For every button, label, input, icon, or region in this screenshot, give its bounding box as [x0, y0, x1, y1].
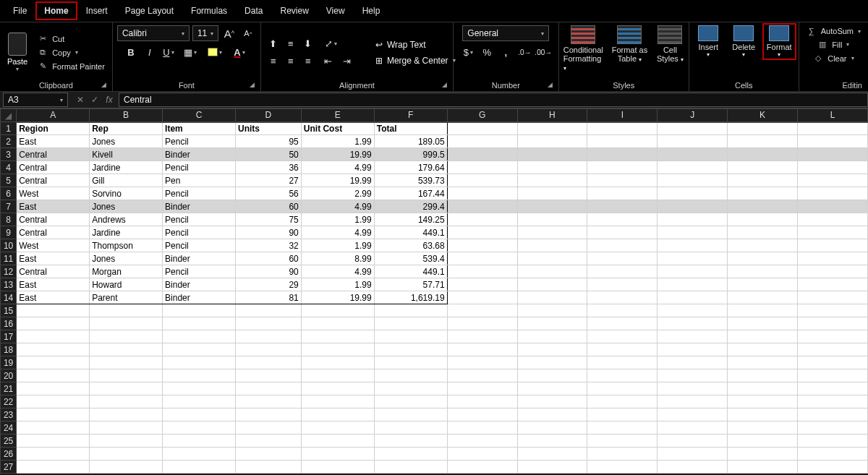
row-header-5[interactable]: 5 [1, 174, 17, 187]
cell-L25[interactable] [798, 435, 868, 448]
cell-A15[interactable] [17, 304, 90, 317]
cell-B1[interactable]: Rep [90, 122, 163, 135]
cell-I11[interactable] [587, 252, 658, 265]
cell-E16[interactable] [301, 317, 374, 330]
cell-I14[interactable] [587, 291, 658, 304]
cell-F20[interactable] [374, 369, 447, 382]
cell-E22[interactable] [301, 395, 374, 408]
cell-E20[interactable] [301, 369, 374, 382]
cell-H25[interactable] [517, 435, 587, 448]
cell-H14[interactable] [517, 291, 587, 304]
row-header-17[interactable]: 17 [1, 330, 17, 343]
cell-I5[interactable] [587, 174, 658, 187]
cell-L16[interactable] [798, 317, 868, 330]
cell-K13[interactable] [728, 278, 798, 291]
cell-F26[interactable] [374, 448, 447, 461]
cell-F18[interactable] [374, 343, 447, 356]
cell-K24[interactable] [728, 421, 798, 435]
cell-B25[interactable] [90, 435, 163, 448]
cell-B20[interactable] [90, 369, 163, 382]
cell-J24[interactable] [658, 421, 728, 435]
cell-J6[interactable] [658, 187, 728, 200]
cell-F21[interactable] [374, 382, 447, 395]
cell-G23[interactable] [447, 408, 517, 421]
cell-B7[interactable]: Jones [90, 200, 163, 213]
underline-button[interactable]: U [161, 44, 176, 60]
cell-D25[interactable] [235, 435, 301, 448]
cell-K10[interactable] [728, 239, 798, 252]
cell-F27[interactable] [374, 461, 447, 474]
cell-D17[interactable] [235, 330, 301, 343]
worksheet-grid[interactable]: ◢ABCDEFGHIJKL 1RegionRepItemUnitsUnit Co… [0, 108, 868, 474]
cell-L4[interactable] [798, 161, 868, 174]
cell-D13[interactable]: 29 [235, 278, 301, 291]
col-header-D[interactable]: D [235, 109, 301, 122]
cell-L19[interactable] [798, 356, 868, 369]
cell-D26[interactable] [235, 448, 301, 461]
col-header-F[interactable]: F [374, 109, 447, 122]
cell-G10[interactable] [447, 239, 517, 252]
cell-D10[interactable]: 32 [235, 239, 301, 252]
cell-K26[interactable] [728, 448, 798, 461]
cell-F7[interactable]: 299.4 [374, 200, 447, 213]
cell-F14[interactable]: 1,619.19 [374, 291, 447, 304]
cell-D20[interactable] [235, 369, 301, 382]
cell-C4[interactable]: Pencil [163, 161, 236, 174]
comma-format-button[interactable]: , [498, 44, 514, 60]
cell-C10[interactable]: Pencil [163, 239, 236, 252]
decrease-decimal-button[interactable]: .00→ [535, 44, 551, 60]
decrease-font-button[interactable]: A^ [240, 25, 256, 41]
wrap-text-button[interactable]: ↩ Wrap Text [370, 38, 461, 52]
cell-D5[interactable]: 27 [235, 174, 301, 187]
cell-A4[interactable]: Central [17, 161, 90, 174]
cell-K7[interactable] [728, 200, 798, 213]
cell-I12[interactable] [587, 265, 658, 278]
cell-L1[interactable] [798, 122, 868, 135]
cell-G2[interactable] [447, 135, 517, 148]
cell-K14[interactable] [728, 291, 798, 304]
cell-I7[interactable] [587, 200, 658, 213]
cell-G12[interactable] [447, 265, 517, 278]
cell-E10[interactable]: 1.99 [301, 239, 374, 252]
italic-button[interactable]: I [142, 44, 158, 60]
cell-B14[interactable]: Parent [90, 291, 163, 304]
cell-F19[interactable] [374, 356, 447, 369]
cell-L26[interactable] [798, 448, 868, 461]
cell-I25[interactable] [587, 435, 658, 448]
row-header-26[interactable]: 26 [1, 448, 17, 461]
col-header-B[interactable]: B [90, 109, 163, 122]
cell-K6[interactable] [728, 187, 798, 200]
cell-C24[interactable] [163, 421, 236, 435]
cell-A22[interactable] [17, 395, 90, 408]
cell-L18[interactable] [798, 343, 868, 356]
col-header-L[interactable]: L [798, 109, 868, 122]
cell-G27[interactable] [447, 461, 517, 474]
cell-H4[interactable] [517, 161, 587, 174]
row-header-16[interactable]: 16 [1, 317, 17, 330]
cell-L22[interactable] [798, 395, 868, 408]
cell-B13[interactable]: Howard [90, 278, 163, 291]
cell-H27[interactable] [517, 461, 587, 474]
cell-A23[interactable] [17, 408, 90, 421]
cell-G8[interactable] [447, 213, 517, 226]
cell-A26[interactable] [17, 448, 90, 461]
align-top-button[interactable]: ⬆ [265, 36, 281, 52]
insert-function-button[interactable]: fx [103, 95, 116, 105]
cell-I21[interactable] [587, 382, 658, 395]
cell-A7[interactable]: East [17, 200, 90, 213]
row-header-6[interactable]: 6 [1, 187, 17, 200]
cell-L17[interactable] [798, 330, 868, 343]
cell-A3[interactable]: Central [17, 148, 90, 161]
row-header-20[interactable]: 20 [1, 369, 17, 382]
cell-E19[interactable] [301, 356, 374, 369]
row-header-11[interactable]: 11 [1, 252, 17, 265]
cell-C20[interactable] [163, 369, 236, 382]
cell-G6[interactable] [447, 187, 517, 200]
cell-A27[interactable] [17, 461, 90, 474]
cell-D16[interactable] [235, 317, 301, 330]
col-header-C[interactable]: C [163, 109, 236, 122]
formula-input[interactable]: Central [119, 93, 868, 107]
cell-H10[interactable] [517, 239, 587, 252]
cell-B12[interactable]: Morgan [90, 265, 163, 278]
cell-J20[interactable] [658, 369, 728, 382]
